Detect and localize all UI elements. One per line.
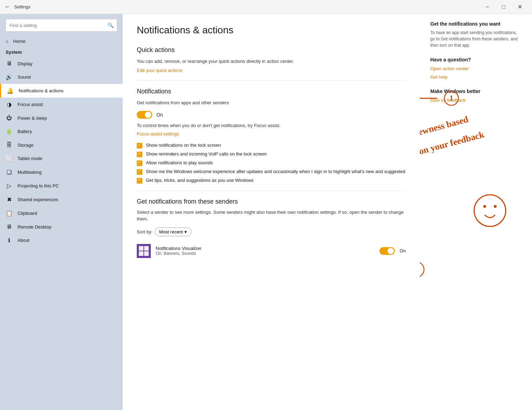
sidebar-display-label: Display [18,61,33,66]
separator-1 [137,80,406,81]
svg-text:on your feedback: on your feedback [420,129,485,157]
projecting-icon: ▷ [6,183,13,189]
maximize-button[interactable]: □ [496,0,512,14]
right-title-3: Make Windows better [430,88,521,94]
checkbox-sounds-label: Allow notifications to play sounds [146,160,213,165]
home-icon: ⌂ [6,39,8,44]
get-help-link[interactable]: Get help [430,74,447,80]
app-sub: On: Banners, Sounds [156,251,375,256]
give-feedback-link[interactable]: Give us feedback [430,98,465,103]
titlebar: ← Settings − □ ✕ [0,0,532,14]
sidebar-item-home[interactable]: ⌂ Home [0,35,123,47]
sidebar-item-display[interactable]: 🖥 Display [0,57,123,70]
sidebar-shared-label: Shared experiences [18,197,58,202]
svg-point-8 [420,262,424,277]
window-controls: − □ ✕ [479,0,528,14]
notifications-icon: 🔔 [7,87,14,94]
sidebar: 🔍 ⌂ Home System 🖥 Display 🔊 Sound 🔔 Noti… [0,14,123,410]
about-icon: ℹ [6,237,13,244]
app-toggle-state: On [400,248,406,253]
display-icon: 🖥 [6,60,13,67]
sidebar-section-system: System [0,47,123,57]
app-icon-notifications-visualizer [137,244,151,258]
checkbox-lock-screen-label: Show notifications on the lock screen [146,143,221,148]
notifications-toggle-desc: Get notifications from apps and other se… [137,99,406,106]
svg-point-7 [494,205,497,208]
checkbox-lock-screen[interactable] [137,143,142,148]
checkbox-voip-label: Show reminders and incoming VoIP calls o… [146,151,267,157]
sidebar-item-clipboard[interactable]: 📋 Clipboard [0,206,123,220]
sidebar-item-multitasking[interactable]: ❑ Multitasking [0,165,123,179]
sidebar-item-battery[interactable]: 🔋 Battery [0,125,123,138]
sidebar-storage-label: Storage [18,143,34,148]
right-section-1: Get the notifications you want To have a… [430,21,521,48]
checkbox-welcome[interactable] [137,169,142,175]
sidebar-item-about[interactable]: ℹ About [0,233,123,247]
sidebar-focus-label: Focus assist [18,102,43,107]
sidebar-remote-label: Remote Desktop [18,224,52,230]
right-section-2: Have a question? Open action center Get … [430,57,521,80]
focus-assist-text: To control times when you do or don't ge… [137,122,406,129]
search-icon: 🔍 [108,22,114,28]
search-input[interactable] [6,19,117,32]
sort-dropdown[interactable]: Most recent ▾ [155,227,191,236]
titlebar-title: Settings [14,4,31,9]
checkbox-row-sounds: Allow notifications to play sounds [137,160,406,166]
right-title-2: Have a question? [430,57,521,62]
checkbox-tips[interactable] [137,178,142,184]
checkbox-row-lock-screen: Show notifications on the lock screen [137,143,406,148]
open-action-center-link[interactable]: Open action center [430,66,469,71]
multitasking-icon: ❑ [6,169,13,176]
sidebar-item-projecting[interactable]: ▷ Projecting to this PC [0,179,123,193]
sidebar-sound-label: Sound [18,74,31,80]
checkbox-row-tips: Get tips, tricks, and suggestions as you… [137,178,406,184]
page-title: Notifications & actions [137,25,406,36]
quick-actions-desc: You can add, remove, or rearrange your q… [137,58,406,65]
checkbox-voip[interactable] [137,152,142,157]
sidebar-battery-label: Battery [18,129,32,134]
senders-desc: Select a sender to see more settings. So… [137,209,406,223]
app-toggle-notifications-visualizer[interactable] [379,247,395,255]
focus-assist-link[interactable]: Focus assist settings [137,131,179,137]
checkbox-sounds[interactable] [137,160,142,166]
sidebar-item-notifications[interactable]: 🔔 Notifications & actions [0,84,123,98]
checkbox-tips-label: Get tips, tricks, and suggestions as you… [146,178,254,183]
sidebar-item-tablet[interactable]: ⬜ Tablet mode [0,152,123,165]
sidebar-item-remote[interactable]: 🖥 Remote Desktop [0,220,123,233]
battery-icon: 🔋 [6,128,13,135]
sidebar-item-sound[interactable]: 🔊 Sound [0,70,123,84]
sound-icon: 🔊 [6,74,13,80]
sidebar-clipboard-label: Clipboard [18,211,37,216]
edit-quick-actions-link[interactable]: Edit your quick actions [137,68,182,73]
notifications-heading: Notifications [137,88,406,95]
sidebar-multitasking-label: Multitasking [18,170,42,175]
app-row-notifications-visualizer[interactable]: Notifications Visualizer On: Banners, So… [137,242,406,260]
sidebar-item-shared[interactable]: ✖ Shared experiences [0,193,123,206]
content-area: Notifications & actions Quick actions Yo… [123,14,532,410]
sidebar-item-storage[interactable]: 🗄 Storage [0,138,123,152]
checkbox-row-voip: Show reminders and incoming VoIP calls o… [137,151,406,157]
clipboard-icon: 📋 [6,210,13,217]
sort-label: Sort by: [137,229,153,234]
separator-2 [137,191,406,191]
notifications-toggle-state: On [156,112,163,118]
search-container: 🔍 [6,19,117,32]
checkbox-welcome-label: Show me the Windows welcome experience a… [146,169,405,174]
sidebar-item-power[interactable]: ⏻ Power & sleep [0,111,123,125]
sidebar-projecting-label: Projecting to this PC [18,183,59,189]
notifications-toggle[interactable] [137,111,152,119]
sidebar-item-focus[interactable]: ◑ Focus assist [0,98,123,111]
sidebar-power-label: Power & sleep [18,115,47,121]
app-info: Notifications Visualizer On: Banners, So… [156,246,375,256]
back-button[interactable]: ← [4,3,11,11]
app-icon-grid [139,246,149,256]
quick-actions-heading: Quick actions [137,46,406,54]
sidebar-about-label: About [18,238,29,243]
minimize-button[interactable]: − [479,0,496,14]
power-icon: ⏻ [6,115,13,121]
chevron-down-icon: ▾ [184,229,187,234]
tablet-icon: ⬜ [6,155,13,162]
close-button[interactable]: ✕ [512,0,528,14]
shared-icon: ✖ [6,196,13,203]
sidebar-notifications-label: Notifications & actions [19,88,63,93]
